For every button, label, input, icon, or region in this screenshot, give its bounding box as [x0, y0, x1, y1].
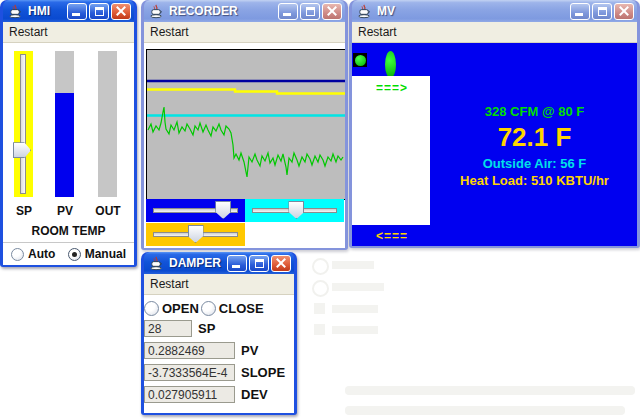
maximize-button[interactable]: [300, 3, 320, 20]
background-ghost-label: [332, 305, 378, 313]
window-title: RECORDER: [169, 4, 278, 18]
background-ghost-radio: [312, 258, 329, 275]
maximize-icon: [95, 7, 104, 16]
flow-reading: 328 CFM @ 80 F: [432, 103, 637, 120]
java-coffee-icon: [149, 4, 164, 19]
minimize-button[interactable]: [227, 255, 247, 272]
maximize-button[interactable]: [249, 255, 269, 272]
slider-thumb[interactable]: [288, 201, 304, 219]
outflow-arrow: <===: [376, 229, 408, 243]
radio-circle[interactable]: [201, 301, 216, 316]
window-title: MV: [377, 4, 570, 18]
status-indicator-frame: [353, 53, 367, 67]
hmi-titlebar[interactable]: HMI: [3, 0, 134, 22]
maximize-icon: [306, 7, 315, 16]
open-radio[interactable]: OPEN: [144, 301, 199, 316]
sp-label: SP: [4, 204, 44, 218]
minimize-icon: [283, 13, 291, 16]
maximize-icon: [598, 7, 607, 16]
out-label: OUT: [88, 204, 128, 218]
dev-field[interactable]: [144, 386, 235, 403]
dev-field-label: DEV: [241, 387, 268, 402]
radio-circle-selected[interactable]: [68, 248, 81, 261]
mv-readout: 328 CFM @ 80 F 72.1 F Outside Air: 56 F …: [432, 103, 637, 189]
heat-load-reading: Heat Load: 510 KBTU/hr: [432, 172, 637, 189]
slider-thumb[interactable]: [215, 201, 231, 219]
mv-menu-restart[interactable]: Restart: [352, 22, 637, 43]
green-valve-ellipse: [385, 51, 396, 78]
background-ghost-text: [345, 406, 625, 415]
hmi-window: HMI Restart SP PV OUT ROOM TEMP Auto: [0, 0, 137, 267]
pv-label: PV: [45, 204, 85, 218]
recorder-menu-restart[interactable]: Restart: [144, 22, 345, 43]
slope-field-label: SLOPE: [241, 365, 285, 380]
close-button[interactable]: [111, 3, 131, 20]
window-title: HMI: [28, 4, 67, 18]
pv-field-label: PV: [241, 343, 258, 358]
close-radio[interactable]: CLOSE: [201, 301, 264, 316]
maximize-icon: [255, 259, 264, 268]
minimize-icon: [72, 13, 80, 16]
window-title: DAMPER: [169, 256, 227, 270]
minimize-icon: [232, 265, 240, 268]
sp-field[interactable]: [144, 320, 192, 337]
close-button[interactable]: [614, 3, 634, 20]
minimize-button[interactable]: [570, 3, 590, 20]
recorder-titlebar[interactable]: RECORDER: [144, 0, 345, 22]
mv-titlebar[interactable]: MV: [352, 0, 637, 22]
hmi-menu-restart[interactable]: Restart: [3, 22, 134, 43]
close-icon: [276, 258, 286, 268]
background-ghost-label: [332, 326, 378, 334]
background-ghost-radio: [312, 280, 329, 297]
chart-trace-line: [148, 107, 343, 177]
minimize-button[interactable]: [67, 3, 87, 20]
pv-field[interactable]: [144, 342, 235, 359]
recorder-window: RECORDER Restart: [141, 0, 348, 250]
minimize-button[interactable]: [278, 3, 298, 20]
green-status-dot: [355, 55, 366, 66]
damper-titlebar[interactable]: DAMPER: [144, 252, 294, 274]
recorder-cyan-slider[interactable]: [245, 199, 344, 222]
chart-step-line: [147, 90, 345, 94]
slider-thumb[interactable]: [188, 225, 204, 243]
maximize-button[interactable]: [592, 3, 612, 20]
damper-menu-restart[interactable]: Restart: [144, 274, 294, 295]
temperature-reading: 72.1 F: [432, 122, 637, 152]
duct-graphic: [352, 76, 430, 225]
room-temp-caption: ROOM TEMP: [3, 224, 134, 238]
sp-field-label: SP: [198, 321, 215, 336]
background-ghost-checkbox: [314, 324, 325, 335]
java-coffee-icon: [149, 256, 164, 271]
radio-circle[interactable]: [144, 301, 159, 316]
close-icon: [116, 6, 126, 16]
recorder-blue-slider[interactable]: [146, 199, 245, 222]
background-ghost-text: [345, 386, 635, 395]
auto-radio[interactable]: Auto: [11, 247, 55, 261]
background-ghost-checkbox: [314, 303, 325, 314]
close-icon: [327, 6, 337, 16]
pv-bar: [55, 51, 74, 197]
damper-window: DAMPER Restart OPEN CLOSE SP PV: [141, 252, 297, 415]
close-button[interactable]: [271, 255, 291, 272]
java-coffee-icon: [8, 4, 23, 19]
pv-bar-fill: [55, 93, 74, 197]
maximize-button[interactable]: [89, 3, 109, 20]
background-ghost-label: [332, 261, 374, 269]
inflow-arrow: ===>: [376, 81, 408, 95]
java-coffee-icon: [357, 4, 372, 19]
slope-field[interactable]: [144, 364, 235, 381]
mv-window: MV Restart ===> 328 CFM @ 80 F 72.1 F Ou…: [349, 0, 640, 248]
sp-slider-thumb[interactable]: [13, 142, 31, 158]
out-bar: [98, 51, 117, 197]
recorder-chart: [146, 49, 345, 200]
background-ghost-label: [332, 283, 384, 291]
outside-air-reading: Outside Air: 56 F: [432, 155, 637, 172]
close-button[interactable]: [322, 3, 342, 20]
slider-groove: [20, 54, 26, 194]
minimize-icon: [575, 13, 583, 16]
recorder-gold-slider[interactable]: [146, 223, 245, 246]
close-icon: [619, 6, 629, 16]
sp-slider[interactable]: [14, 51, 33, 197]
radio-circle[interactable]: [11, 248, 24, 261]
manual-radio[interactable]: Manual: [68, 247, 126, 261]
